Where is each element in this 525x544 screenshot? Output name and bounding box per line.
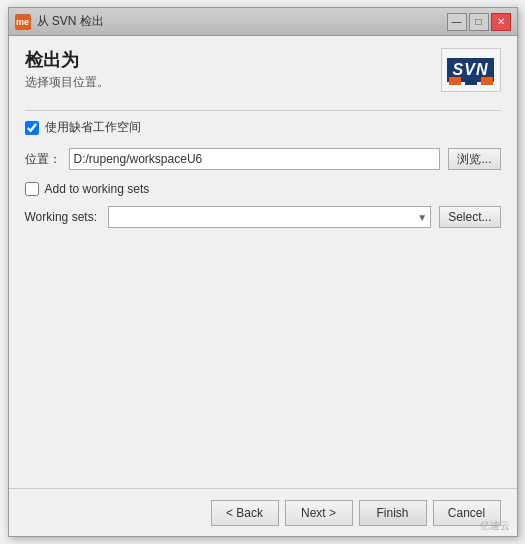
dialog-window: me 从 SVN 检出 — □ ✕ 检出为 选择项目位置。 SVN: [8, 7, 518, 537]
logo-bar-segment-2: [465, 77, 477, 85]
maximize-button[interactable]: □: [469, 13, 489, 31]
location-label: 位置：: [25, 151, 61, 168]
location-input[interactable]: [69, 148, 441, 170]
location-row: 位置： 浏览...: [25, 148, 501, 170]
svn-logo: SVN: [441, 48, 501, 92]
logo-bar-segment-3: [481, 77, 493, 85]
minimize-button[interactable]: —: [447, 13, 467, 31]
add-to-working-sets-label[interactable]: Add to working sets: [45, 182, 150, 196]
page-subtitle: 选择项目位置。: [25, 74, 109, 91]
form-section: 使用缺省工作空间 位置： 浏览... Add to working sets W…: [25, 119, 501, 228]
close-button[interactable]: ✕: [491, 13, 511, 31]
app-icon: me: [15, 14, 31, 30]
svn-logo-bar: [442, 77, 500, 87]
use-default-workspace-checkbox[interactable]: [25, 121, 39, 135]
header-divider: [25, 110, 501, 111]
add-to-working-sets-checkbox[interactable]: [25, 182, 39, 196]
title-bar: me 从 SVN 检出 — □ ✕: [9, 8, 517, 36]
working-sets-select[interactable]: [108, 206, 432, 228]
finish-button[interactable]: Finish: [359, 500, 427, 526]
use-default-workspace-row: 使用缺省工作空间: [25, 119, 501, 136]
title-buttons: — □ ✕: [447, 13, 511, 31]
back-button[interactable]: < Back: [211, 500, 279, 526]
logo-bar-segment-1: [449, 77, 461, 85]
button-bar: < Back Next > Finish Cancel: [9, 488, 517, 536]
select-working-sets-button[interactable]: Select...: [439, 206, 500, 228]
watermark: 亿速云: [480, 519, 510, 533]
working-sets-label: Working sets:: [25, 210, 100, 224]
content-spacer: [25, 228, 501, 476]
add-to-working-sets-row: Add to working sets: [25, 182, 501, 196]
page-header: 检出为 选择项目位置。 SVN: [25, 48, 501, 92]
dialog-content: 检出为 选择项目位置。 SVN 使用缺省工作空: [9, 36, 517, 488]
working-sets-select-wrapper: ▼: [108, 206, 432, 228]
window-title: 从 SVN 检出: [37, 13, 104, 30]
working-sets-row: Working sets: ▼ Select...: [25, 206, 501, 228]
page-title: 检出为: [25, 48, 109, 72]
page-title-area: 检出为 选择项目位置。: [25, 48, 109, 91]
working-sets-section: Add to working sets Working sets: ▼ Sele…: [25, 182, 501, 228]
browse-button[interactable]: 浏览...: [448, 148, 500, 170]
next-button[interactable]: Next >: [285, 500, 353, 526]
use-default-workspace-label[interactable]: 使用缺省工作空间: [45, 119, 141, 136]
title-bar-left: me 从 SVN 检出: [15, 13, 104, 30]
